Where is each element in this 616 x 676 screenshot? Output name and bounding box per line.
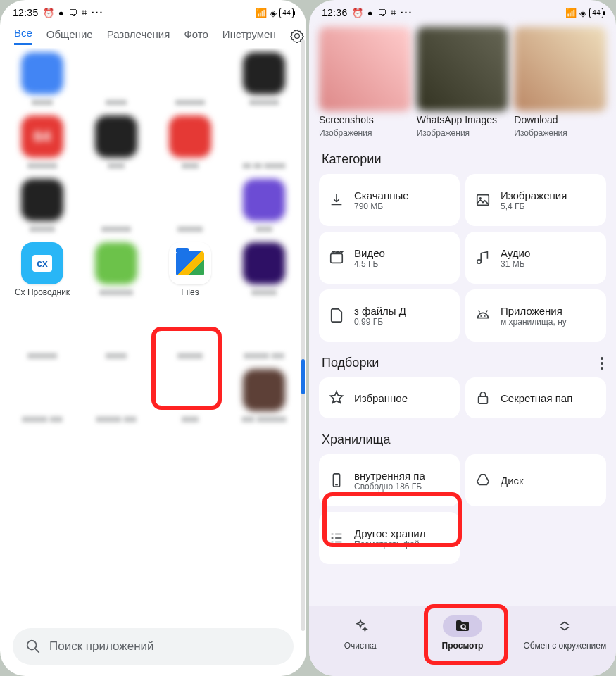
android-icon bbox=[475, 308, 491, 323]
storage-other[interactable]: Другое хранилПосмотреть фай bbox=[319, 512, 460, 564]
nearby-share-icon bbox=[545, 615, 584, 637]
app-item[interactable]: xxxxxxxx bbox=[82, 242, 150, 297]
folder-whatsapp[interactable]: WhatsApp Images Изображения bbox=[417, 27, 509, 138]
app-item[interactable]: xxxxxx xxx bbox=[230, 306, 298, 361]
svg-rect-4 bbox=[331, 254, 343, 263]
category-video[interactable]: Видео4,5 ГБ bbox=[319, 232, 460, 284]
folder-subtitle: Изображения bbox=[417, 128, 509, 138]
svg-point-3 bbox=[479, 197, 482, 199]
lock-icon bbox=[475, 390, 491, 406]
app-drawer-tabs: Все Общение Развлечения Фото Инструмен bbox=[0, 21, 306, 48]
svg-rect-7 bbox=[479, 396, 488, 403]
folder-screenshots[interactable]: Screenshots Изображения bbox=[319, 27, 411, 138]
app-item[interactable]: xxxxxxx bbox=[156, 52, 224, 107]
nav-label: Очистка bbox=[344, 641, 377, 651]
chat-icon-2: 🗨 bbox=[377, 8, 386, 18]
card-title: Другое хранил bbox=[354, 527, 425, 539]
app-item[interactable]: xxxxxx bbox=[156, 179, 224, 234]
category-audio[interactable]: Аудио31 МБ bbox=[465, 232, 606, 284]
battery-icon: 44 bbox=[589, 8, 603, 18]
card-subtitle: Свободно 186 ГБ bbox=[354, 482, 425, 492]
category-downloads[interactable]: Скачанные790 МБ bbox=[319, 174, 460, 226]
collection-secret[interactable]: Секретная пап bbox=[465, 377, 606, 418]
storage-drive[interactable]: Диск bbox=[465, 454, 606, 506]
app-item[interactable]: xxxxx bbox=[82, 306, 150, 361]
card-title: з файлы Д bbox=[354, 305, 406, 317]
app-item[interactable]: xxxxx bbox=[8, 52, 76, 107]
categories-header: Категории bbox=[309, 138, 616, 174]
chat-icon-2: 🗨 bbox=[68, 8, 77, 18]
alarm-icon: ⏰ bbox=[43, 8, 54, 18]
category-images[interactable]: Изображения5,4 ГБ bbox=[465, 174, 606, 226]
video-icon bbox=[329, 250, 344, 265]
nav-share[interactable]: Обмен с окружением bbox=[519, 615, 610, 651]
card-title: внутренняя па bbox=[354, 470, 425, 482]
card-subtitle: 0,99 ГБ bbox=[354, 317, 406, 327]
app-item[interactable]: xxxx bbox=[156, 369, 224, 424]
nav-label: Просмотр bbox=[442, 641, 484, 651]
status-bar-left: 12:35 ⏰ ● 🗨 ⌗ ··· 📶 ◈ 44 bbox=[0, 0, 306, 21]
tab-communication[interactable]: Общение bbox=[46, 28, 93, 44]
folder-title: Download bbox=[514, 114, 606, 125]
status-time: 12:35 bbox=[13, 7, 39, 18]
wifi-icon: ◈ bbox=[270, 8, 277, 18]
more-button[interactable] bbox=[601, 357, 603, 370]
app-item[interactable]: xxxxxx bbox=[8, 179, 76, 234]
folder-search-icon bbox=[443, 615, 482, 637]
folder-download[interactable]: Download Изображения bbox=[514, 27, 606, 138]
drive-icon bbox=[475, 472, 491, 488]
tab-photo[interactable]: Фото bbox=[184, 28, 208, 44]
app-item[interactable]: xxx xxxxxxx bbox=[230, 369, 298, 424]
tab-entertainment[interactable]: Развлечения bbox=[107, 28, 170, 44]
list-icon bbox=[329, 530, 344, 546]
phone-right: 12:36 ⏰ ● 🗨 ⌗ ··· 📶 ◈ 44 Screenshots Изо… bbox=[309, 0, 616, 676]
nav-clean[interactable]: Очистка bbox=[315, 615, 406, 651]
app-item[interactable]: xxxxxx xxx bbox=[8, 369, 76, 424]
app-item[interactable]: xxxxxx bbox=[230, 242, 298, 297]
storage-grid: внутренняя паСвободно 186 ГБ Диск Другое… bbox=[309, 454, 616, 564]
app-item[interactable]: xxxxx bbox=[82, 52, 150, 107]
card-subtitle: 4,5 ГБ bbox=[354, 259, 385, 269]
category-apps[interactable]: Приложениям хранилища, ну bbox=[465, 289, 606, 342]
more-notifications-icon: ··· bbox=[92, 7, 104, 18]
collections-grid: Избранное Секретная пап bbox=[309, 377, 616, 418]
search-bar[interactable]: Поиск приложений bbox=[13, 628, 294, 665]
more-notifications-icon: ··· bbox=[401, 7, 413, 18]
card-title: Видео bbox=[354, 247, 385, 259]
app-item[interactable]: xxxx bbox=[230, 179, 298, 234]
category-documents[interactable]: з файлы Д0,99 ГБ bbox=[319, 289, 460, 342]
audio-icon bbox=[475, 250, 491, 265]
folder-subtitle: Изображения bbox=[514, 128, 606, 138]
tab-all[interactable]: Все bbox=[14, 27, 32, 45]
storage-internal[interactable]: внутренняя паСвободно 186 ГБ bbox=[319, 454, 460, 506]
image-icon bbox=[475, 192, 491, 208]
collection-favorites[interactable]: Избранное bbox=[319, 377, 460, 418]
app-item[interactable]: xxxxxxx bbox=[8, 306, 76, 361]
app-files[interactable]: Files bbox=[156, 242, 224, 297]
card-title: Аудио bbox=[501, 247, 530, 259]
tab-tools[interactable]: Инструмен bbox=[222, 28, 276, 44]
app-grid[interactable]: xxxxx xxxxx xxxxxxx xxxxxxx 64xxxxxxx xx… bbox=[0, 48, 306, 622]
app-item[interactable]: xx xx xxxxx bbox=[230, 115, 298, 170]
app-item[interactable]: 64xxxxxxx bbox=[8, 115, 76, 170]
download-icon bbox=[329, 192, 344, 208]
folder-title: Screenshots bbox=[319, 114, 411, 125]
app-cx-explorer[interactable]: cx Cx Проводник bbox=[8, 242, 76, 297]
app-item[interactable]: xxxx bbox=[156, 115, 224, 170]
card-subtitle: Посмотреть фай bbox=[354, 539, 425, 549]
app-item[interactable]: xxxxxxx bbox=[230, 52, 298, 107]
app-item[interactable]: xxxx bbox=[82, 115, 150, 170]
app-item[interactable]: xxxxxx xxx bbox=[82, 369, 150, 424]
app-item[interactable]: xxxxxx bbox=[156, 306, 224, 361]
svg-point-5 bbox=[480, 315, 482, 317]
recent-folders: Screenshots Изображения WhatsApp Images … bbox=[309, 21, 616, 138]
apps-icon: ⌗ bbox=[391, 7, 396, 18]
app-item[interactable]: xxxxxxx bbox=[82, 179, 150, 234]
folder-thumbnail bbox=[514, 27, 606, 111]
chat-icon: ● bbox=[58, 8, 64, 18]
categories-grid: Скачанные790 МБ Изображения5,4 ГБ Видео4… bbox=[309, 174, 616, 342]
files-icon bbox=[169, 242, 211, 284]
card-title: Секретная пап bbox=[501, 392, 572, 404]
card-subtitle: 31 МБ bbox=[501, 259, 530, 269]
nav-browse[interactable]: Просмотр bbox=[417, 615, 508, 651]
